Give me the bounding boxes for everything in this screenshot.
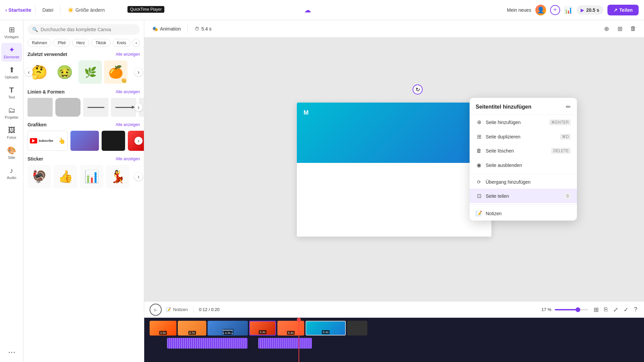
- add-collaborator-button[interactable]: +: [550, 5, 560, 15]
- context-duplicate-page[interactable]: ⊞ Seite duplizieren ⌘D: [470, 129, 577, 144]
- topbar: ‹ Startseite Datei ☀️ Größe ändern Quick…: [0, 0, 644, 20]
- rotate-handle[interactable]: ↻: [413, 84, 423, 95]
- animation-button[interactable]: 🎭 Animation: [150, 25, 183, 33]
- context-notes[interactable]: 📝 Notizen: [470, 206, 577, 221]
- filter-kreis[interactable]: Kreis: [113, 39, 130, 47]
- segment-2-time: 2.7s: [188, 331, 196, 335]
- sticker-thumbs-up[interactable]: 👍: [54, 165, 77, 188]
- sidebar-item-uploads[interactable]: ⬆ Uploads: [1, 63, 22, 82]
- stickers-see-all[interactable]: Alle anzeigen: [116, 157, 140, 161]
- file-button[interactable]: Datei: [40, 6, 56, 14]
- recently-prev-arrow[interactable]: ‹: [25, 68, 33, 76]
- shape-arrow[interactable]: ▶: [111, 98, 136, 117]
- timeline-notes-button[interactable]: 📝 Notizen: [166, 307, 188, 312]
- help-icon[interactable]: ?: [633, 305, 639, 315]
- timeline-segment-6-active[interactable]: 5.4s: [306, 321, 346, 336]
- user-avatar[interactable]: 👤: [535, 5, 546, 15]
- sidebar-item-vorlagen[interactable]: ⊞ Vorlagen: [1, 23, 22, 42]
- zoom-slider-knob[interactable]: [576, 307, 580, 312]
- sidebar-item-fotos[interactable]: 🖼 Fotos: [1, 123, 22, 142]
- context-hide-page[interactable]: ◉ Seite ausblenden: [470, 158, 577, 172]
- sidebar-item-text[interactable]: T Text: [1, 83, 22, 102]
- stickers-title: Sticker: [28, 156, 43, 162]
- timeline-segment-3[interactable]: Emotionen Emotionen 4.3s: [208, 321, 248, 336]
- graphic-gradient[interactable]: [70, 131, 99, 151]
- graphics-header: Grafiken Alle anzeigen: [28, 122, 140, 127]
- recently-next-arrow[interactable]: ›: [135, 68, 143, 76]
- context-delete-page[interactable]: 🗑 Seite löschen DELETE: [470, 144, 577, 158]
- canvas-background[interactable]: M: [297, 103, 491, 237]
- duration-button[interactable]: ⏱ 5.4 s: [192, 25, 214, 33]
- shape-line[interactable]: [83, 98, 108, 117]
- filter-pfeil[interactable]: Pfeil: [53, 39, 70, 47]
- delete-button[interactable]: 🗑: [628, 23, 639, 34]
- split-page-icon: ⊡: [476, 193, 482, 199]
- shape-rounded[interactable]: [55, 98, 80, 117]
- sidebar-item-stile[interactable]: 🎨 Stile: [1, 143, 22, 162]
- split-page-shortcut: S: [564, 193, 571, 199]
- shapes-next-arrow[interactable]: ›: [135, 103, 143, 111]
- timeline-segment-2[interactable]: 2.7s: [178, 321, 206, 336]
- recently-used-see-all[interactable]: Alle anzeigen: [116, 52, 140, 57]
- add-transition-label: Übergang hinzufügen: [486, 179, 531, 185]
- edit-title-icon[interactable]: ✏: [566, 103, 571, 111]
- cloud-icon[interactable]: ☁: [304, 6, 311, 14]
- resize-button[interactable]: ☀️ Größe ändern: [64, 6, 108, 14]
- notes-label: Notizen: [486, 211, 501, 216]
- graphic-subscribe[interactable]: Subscribe 👆: [28, 131, 68, 151]
- recently-used-header: Zuletzt verwendet Alle anzeigen: [28, 52, 140, 57]
- analytics-icon[interactable]: 📊: [564, 6, 573, 14]
- back-button[interactable]: ‹ Startseite: [5, 7, 31, 13]
- check-icon[interactable]: ✓: [622, 305, 630, 315]
- context-add-page[interactable]: ⊕ Seite hinzufügen ⌘ENTER: [470, 115, 577, 129]
- timeline-notes-label: Notizen: [173, 307, 188, 312]
- recently-item-crown[interactable]: 🍊👑: [104, 60, 127, 84]
- shape-square[interactable]: [28, 98, 53, 117]
- context-add-transition[interactable]: ⟳ Übergang hinzufügen: [470, 175, 577, 189]
- sidebar-item-audio[interactable]: ♪ Audio: [1, 164, 22, 182]
- timeline-playhead[interactable]: [299, 318, 299, 362]
- play-time-button[interactable]: ▶ 20.5 s: [577, 5, 603, 15]
- context-item-left-add: ⊕ Seite hinzufügen: [476, 119, 521, 125]
- lines-shapes-see-all[interactable]: Alle anzeigen: [116, 89, 140, 94]
- context-split-page[interactable]: ⊡ Seite teilen S: [470, 189, 577, 203]
- filter-herz[interactable]: Herz: [72, 39, 89, 47]
- sticker-dance[interactable]: 💃: [106, 165, 129, 188]
- add-page-button[interactable]: ⊕: [601, 23, 612, 34]
- fit-view-icon[interactable]: ⎘: [603, 305, 609, 315]
- timeline-segment-5[interactable]: 5.4s: [277, 321, 304, 336]
- fullscreen-icon[interactable]: ⤢: [612, 305, 620, 315]
- timeline-play-button[interactable]: ▶: [150, 304, 162, 316]
- sidebar-item-elemente[interactable]: ✦ Elemente: [1, 43, 22, 62]
- graphic-black[interactable]: [102, 131, 125, 151]
- stickers-next-arrow[interactable]: ›: [135, 173, 143, 181]
- graphics-see-all[interactable]: Alle anzeigen: [116, 122, 140, 127]
- sticker-turkey[interactable]: 🦃: [28, 165, 51, 188]
- lines-shapes-header: Linien & Formen Alle anzeigen: [28, 89, 140, 95]
- sidebar-label-projekte: Projekte: [5, 115, 18, 119]
- context-item-left-split: ⊡ Seite teilen: [476, 193, 509, 199]
- graphics-next-arrow[interactable]: ›: [135, 137, 143, 145]
- timeline-segment-7[interactable]: [347, 321, 367, 336]
- audio-segment-2[interactable]: [258, 338, 312, 349]
- uploads-icon: ⬆: [9, 66, 15, 74]
- duplicate-icon: ⊞: [618, 25, 623, 33]
- recently-item-sick[interactable]: 🤢: [53, 60, 76, 84]
- play-triangle-icon: ▶: [154, 307, 158, 312]
- search-input[interactable]: [41, 27, 135, 32]
- zoom-slider-track[interactable]: [555, 309, 588, 310]
- share-button[interactable]: ↗ Teilen: [607, 5, 639, 15]
- recently-item-plant[interactable]: 🌿: [78, 60, 102, 84]
- timeline-segment-4-active[interactable]: 5.4s: [249, 321, 276, 336]
- sidebar-item-projekte[interactable]: 🗂 Projekte: [1, 103, 22, 122]
- filter-rahmen[interactable]: Rahmen: [28, 39, 51, 47]
- filter-tiktok[interactable]: Tiktok: [91, 39, 111, 47]
- sidebar-item-more[interactable]: ⋯: [1, 345, 22, 359]
- timeline-segment-1[interactable]: 2.6s: [150, 321, 176, 336]
- duplicate-button[interactable]: ⊞: [614, 23, 625, 34]
- text-icon: T: [9, 86, 14, 95]
- audio-segment-1[interactable]: [167, 338, 248, 349]
- grid-view-icon[interactable]: ⊞: [592, 305, 600, 315]
- more-filters-button[interactable]: ›: [132, 39, 140, 47]
- sticker-chart[interactable]: 📊: [80, 165, 103, 188]
